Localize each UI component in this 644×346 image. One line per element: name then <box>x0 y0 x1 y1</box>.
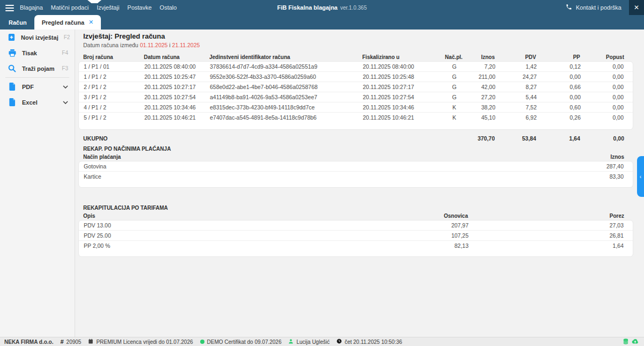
sidebar-item-label: PDF <box>22 84 57 90</box>
date-from-value: 01.11.2025 <box>140 42 168 48</box>
app-name: FiB Fiskalna blagajna <box>277 4 338 11</box>
cell: 20.11.2025 10:27:54 <box>144 92 210 102</box>
tariff-table-header: Opis Osnovica Porez <box>78 212 633 220</box>
excel-file-icon <box>8 98 17 107</box>
close-app-button[interactable]: ✕ <box>629 0 644 15</box>
cell: 1,42 <box>495 62 537 71</box>
app-version: ver.1.0.365 <box>340 5 367 11</box>
cell: 20.11.2025 10:25:48 <box>363 72 442 82</box>
cell: 0,00 <box>581 92 624 102</box>
cell: 20.11.2025 10:27:17 <box>144 82 210 92</box>
tab-bar: RačunPregled računa✕ <box>1 15 101 30</box>
contact-support-button[interactable]: Kontakt i podrška <box>566 0 621 15</box>
column-header: PDV <box>495 54 536 61</box>
cell: G <box>442 92 466 102</box>
cell: 20.11.2025 10:46:21 <box>363 113 442 123</box>
tab-0[interactable]: Račun <box>1 15 34 30</box>
cell: 1 / P1 / 2 <box>84 72 144 82</box>
tariff-name: PDV 25.00 <box>84 231 298 240</box>
invoice-table: 1 / P1 / 0120.11.2025 08:40:0037836614-d… <box>78 61 633 130</box>
nav-item-4[interactable]: Ostalo <box>160 4 177 11</box>
menu-icon[interactable] <box>5 5 14 13</box>
totals-pdv: 53,84 <box>495 134 536 143</box>
column-header: Popust <box>580 54 624 61</box>
cell: 0,00 <box>581 113 624 123</box>
nav-item-0[interactable]: Blagajna <box>20 4 43 11</box>
payment-row[interactable]: Gotovina287,40 <box>79 161 633 172</box>
cell: 7,52 <box>495 102 537 112</box>
cell: 45,10 <box>466 113 495 123</box>
licence-text: PREMIUM Licenca vrijedi do 01.07.2026 <box>96 339 193 345</box>
cell: 7,20 <box>466 62 495 71</box>
cell: 3 / P1 / 2 <box>84 92 144 102</box>
sidebar-item-excel[interactable]: Excel <box>0 94 75 110</box>
totals-row: UKUPNO 370,70 53,84 1,64 0,00 <box>78 134 633 143</box>
terminal-number-value: 20905 <box>67 339 82 345</box>
cell: e7407dac-a545-4891-8e5a-14118c9d78b6 <box>210 113 363 123</box>
chevron-down-icon <box>63 84 68 90</box>
pdf-file-icon <box>8 82 17 91</box>
cell: 211,00 <box>466 72 495 82</box>
certificate-status: DEMO Certifikat do 09.07.2026 <box>200 339 282 345</box>
date-range-label: Datum računa između <box>83 42 138 48</box>
logged-in-user: Lucija Uglešić <box>288 338 330 345</box>
clock-status: čet 20.11.2025 10:50:36 <box>336 338 402 345</box>
table-row[interactable]: 5 / P1 / 220.11.2025 10:46:21e7407dac-a5… <box>79 113 633 123</box>
cell: K <box>442 102 466 112</box>
cell: 20.11.2025 10:46:21 <box>144 113 210 123</box>
cell: 0,00 <box>581 82 624 92</box>
cell: G <box>442 62 466 71</box>
cell: 5 / P1 / 2 <box>84 113 144 123</box>
contact-support-label: Kontakt i podrška <box>576 4 621 11</box>
chevron-left-icon: ‹ <box>640 174 641 180</box>
page-title: Izvještaj: Pregled računa <box>83 32 633 40</box>
sidebar-item-label: Excel <box>22 99 57 106</box>
table-row[interactable]: 4 / P1 / 220.11.2025 10:34:46e8315dec-37… <box>79 102 633 113</box>
cell: 0,00 <box>537 92 581 102</box>
sidebar-item-pdf[interactable]: PDF <box>0 79 75 94</box>
user-name: Lucija Uglešić <box>296 339 330 345</box>
nav-item-3[interactable]: Postavke <box>127 4 151 11</box>
table-row[interactable]: 2 / P1 / 220.11.2025 10:27:17658e0d22-ab… <box>79 82 633 92</box>
hash-icon: # <box>60 338 63 345</box>
report-date-range: Datum računa između 01.11.2025 i 21.11.2… <box>83 42 633 48</box>
cloud-upload-icon[interactable] <box>632 338 639 345</box>
card-padding <box>79 251 633 256</box>
topbar: BlagajnaMatični podaciIzvještajiPostavke… <box>0 0 644 15</box>
cell: 0,00 <box>581 62 624 71</box>
report-title-text: Pregled računa <box>115 32 165 40</box>
cell: 20.11.2025 10:34:46 <box>144 102 210 112</box>
tariff-header-porez: Porez <box>468 212 624 220</box>
panel-collapse-handle[interactable]: ‹ <box>637 156 644 197</box>
nav-item-2[interactable]: Izvještaji <box>97 4 119 11</box>
sidebar-item-novi-izvještaj[interactable]: Novi izvještajF2 <box>0 30 75 45</box>
database-status-icon[interactable] <box>623 338 628 345</box>
tab-1[interactable]: Pregled računa✕ <box>34 15 101 30</box>
report-view: Izvještaj: Pregled računa Datum računa i… <box>75 30 644 337</box>
cell: 0,60 <box>537 102 581 112</box>
close-tab-icon[interactable]: ✕ <box>89 19 93 26</box>
tariff-tax: 26,81 <box>469 231 624 240</box>
tab-label: Račun <box>9 19 27 26</box>
tariff-base: 207,97 <box>298 220 469 230</box>
cell: e8315dec-373b-4230-bf49-14118c9dd7ce <box>210 102 363 112</box>
sidebar-item-tisak[interactable]: TisakF4 <box>0 45 75 61</box>
cell: K <box>442 113 466 123</box>
tariff-row[interactable]: PDV 25.00107,2526,81 <box>79 231 633 241</box>
tariff-row[interactable]: PDV 13.00207,9727,03 <box>79 220 633 231</box>
date-range-separator: i <box>169 42 170 48</box>
table-row[interactable]: 1 / P1 / 220.11.2025 10:25:479552e306-52… <box>79 72 633 82</box>
nav-item-1[interactable]: Matični podaci <box>51 4 89 11</box>
new-report-icon <box>8 33 16 42</box>
shortcut-label: F2 <box>64 34 70 40</box>
tariff-row[interactable]: PP 2,00 %82,131,64 <box>79 241 633 251</box>
table-row[interactable]: 1 / P1 / 0120.11.2025 08:40:0037836614-d… <box>79 62 633 72</box>
payment-row[interactable]: Kartice83,30 <box>79 172 633 182</box>
calendar-icon <box>88 338 93 345</box>
payment-method: Gotovina <box>84 161 606 171</box>
sidebar-item-traži-pojam[interactable]: Traži pojamF3 <box>0 61 75 76</box>
company-name: NEKA FIRMA d.o.o. <box>4 339 53 345</box>
payment-amount: 287,40 <box>606 161 624 171</box>
table-row[interactable]: 3 / P1 / 220.11.2025 10:27:54a41149b8-ba… <box>79 92 633 102</box>
column-header: Nač.pl. <box>442 54 466 61</box>
